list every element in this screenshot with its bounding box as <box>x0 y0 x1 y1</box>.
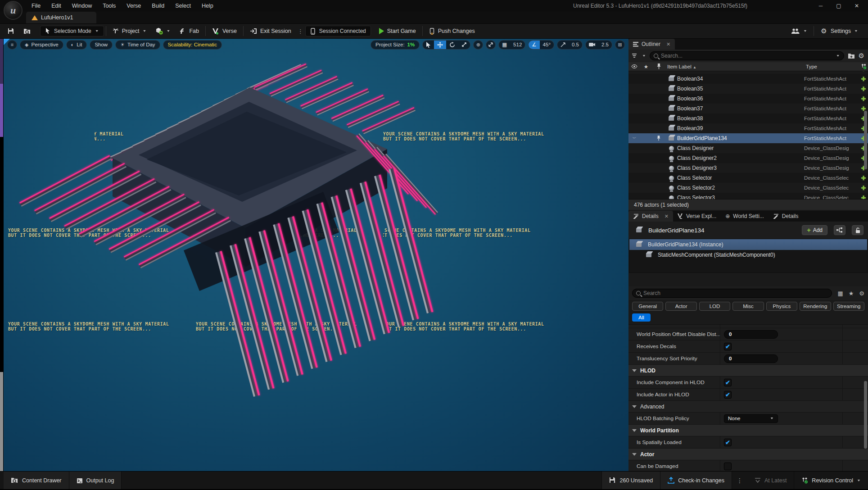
add-source-control-icon[interactable]: ✚ <box>859 76 868 82</box>
perspective-dropdown[interactable]: ◈Perspective <box>20 40 63 50</box>
tab-lufuhero1v1[interactable]: LufuHero1v1 <box>26 12 96 23</box>
world-coordinate-button[interactable]: ⊕ <box>473 40 483 50</box>
grid-snap-value[interactable]: 512 <box>510 41 525 49</box>
rotation-snap-toggle[interactable]: ∠ <box>529 41 539 49</box>
outliner-row-class-selector[interactable]: Class SelectorDevice_ClassSelec✚ <box>628 173 868 183</box>
filter-misc[interactable]: Misc <box>732 302 764 311</box>
grid-snap-toggle[interactable]: ▦ <box>499 41 510 49</box>
menu-file[interactable]: File <box>27 1 45 11</box>
outliner-row-buildergridplane134[interactable]: ︶BuilderGridPlane134FortStaticMeshAct✚ <box>628 133 868 143</box>
menu-verse[interactable]: Verse <box>122 1 145 11</box>
move-tool-button[interactable] <box>434 41 446 49</box>
viewport-menu-button[interactable]: ≡ <box>7 40 17 50</box>
close-button[interactable]: ✕ <box>854 3 860 9</box>
push-changes-button[interactable]: Push Changes <box>425 24 479 38</box>
tab-verse-explorer[interactable]: Verse Expl... <box>673 211 721 222</box>
maximize-button[interactable]: ▢ <box>836 3 842 9</box>
outliner-row-boolean35[interactable]: Boolean35FortStaticMeshAct✚ <box>628 84 868 94</box>
unsaved-button[interactable]: * 260 Unsaved <box>601 472 661 489</box>
tab-outliner[interactable]: Outliner ✕ <box>628 39 675 50</box>
scale-snap-value[interactable]: 0.5 <box>569 41 582 49</box>
tab-world-settings[interactable]: ⊕ World Setti... <box>721 211 769 222</box>
project-dropdown[interactable]: Project ▼ <box>108 24 151 38</box>
outliner-row-class-designer2[interactable]: Class Designer2Device_ClassDesig✚ <box>628 153 868 163</box>
menu-window[interactable]: Window <box>68 1 96 11</box>
scale-tool-button[interactable] <box>458 41 470 49</box>
menu-select[interactable]: Select <box>171 1 195 11</box>
minimize-button[interactable]: ─ <box>818 3 824 9</box>
add-source-control-icon[interactable]: ✚ <box>859 185 868 191</box>
content-drawer-button[interactable]: Content Drawer <box>4 472 69 489</box>
type-column-header[interactable]: Type <box>804 64 859 69</box>
search-options-chevron[interactable]: ▼ <box>836 54 840 58</box>
filter-general[interactable]: General <box>632 302 663 311</box>
visibility-toggle[interactable]: ︶ <box>628 135 640 141</box>
checkbox[interactable]: ✔ <box>724 439 732 446</box>
tab-details[interactable]: Details✕ <box>628 211 673 222</box>
surface-snap-button[interactable] <box>486 40 496 50</box>
favorites-icon[interactable]: ★ <box>849 290 854 297</box>
lock-button[interactable] <box>852 225 863 235</box>
section-hlod[interactable]: HLOD <box>628 365 868 377</box>
revision-control-dropdown[interactable]: Revision Control ▼ <box>794 472 868 489</box>
filter-chevron-icon[interactable]: ▼ <box>642 54 646 58</box>
show-dropdown[interactable]: Show <box>90 40 113 50</box>
display-options-icon[interactable]: ▦ <box>837 290 843 297</box>
settings-dropdown[interactable]: ⚙ Settings ▼ <box>816 24 863 38</box>
visibility-column-icon[interactable] <box>628 64 640 68</box>
save-button[interactable] <box>0 24 19 38</box>
component-row[interactable]: StaticMeshComponent (StaticMeshComponent… <box>629 250 867 260</box>
tab-details-2[interactable]: Details <box>769 211 803 222</box>
value-input[interactable]: 0 <box>724 354 778 363</box>
outliner-row-boolean34[interactable]: Boolean34FortStaticMeshAct✚ <box>628 74 868 84</box>
dropdown[interactable]: None▼ <box>724 414 778 423</box>
favorite-column-icon[interactable]: ★ <box>640 64 652 70</box>
pin-cell[interactable] <box>652 136 665 141</box>
lit-dropdown[interactable]: ◐Lit <box>66 40 87 50</box>
verse-button[interactable]: Verse <box>208 24 241 38</box>
output-log-button[interactable]: Output Log <box>69 472 122 489</box>
checkbox[interactable]: ✔ <box>724 391 732 399</box>
revision-column-icon[interactable] <box>859 64 868 69</box>
add-content-dropdown[interactable]: ▼ <box>151 24 175 38</box>
camera-speed-toggle[interactable] <box>586 41 598 49</box>
add-source-control-icon[interactable]: ✚ <box>859 195 868 200</box>
outliner-row-class-designer[interactable]: Class DesignerDevice_ClassDesig✚ <box>628 143 868 153</box>
outliner-row-boolean38[interactable]: Boolean38FortStaticMeshAct✚ <box>628 113 868 123</box>
checkbox[interactable]: ✔ <box>724 379 732 386</box>
selection-mode-dropdown[interactable]: Selection Mode ▼ <box>40 26 104 36</box>
filter-rendering[interactable]: Rendering <box>800 302 831 311</box>
details-scrollbar[interactable] <box>864 381 867 449</box>
section-world-partition[interactable]: World Partition <box>628 425 868 436</box>
outliner-search-input[interactable]: Search... ▼ <box>650 51 844 60</box>
menu-edit[interactable]: Edit <box>47 1 66 11</box>
value-input[interactable]: 0 <box>724 330 778 339</box>
outliner-settings-icon[interactable]: ⚙ <box>859 52 864 60</box>
time-of-day-button[interactable]: ☀Time of Day <box>115 40 160 50</box>
scalability-button[interactable]: Scalability: Cinematic <box>163 40 222 50</box>
3d-viewport[interactable]: YOUR SCENE CONTAINS A SKYDOME MESH WITH … <box>4 39 628 471</box>
scale-snap-toggle[interactable] <box>557 41 569 49</box>
menu-tools[interactable]: Tools <box>98 1 120 11</box>
menu-build[interactable]: Build <box>147 1 169 11</box>
item-label-column-header[interactable]: Item Label ▲ <box>665 64 804 69</box>
component-row[interactable]: BuilderGridPlane134 (Instance) <box>629 239 867 250</box>
outliner-row-class-selector2[interactable]: Class Selector2Device_ClassSelec✚ <box>628 183 868 193</box>
unreal-logo-icon[interactable]: u <box>4 1 23 20</box>
pin-column-icon[interactable] <box>652 64 665 69</box>
revision-more-button[interactable]: ⋮ <box>732 477 747 484</box>
rotation-snap-value[interactable]: 45° <box>540 41 554 49</box>
select-tool-button[interactable] <box>423 41 434 49</box>
checkin-changes-button[interactable]: Check-in Changes <box>660 472 732 489</box>
add-source-control-icon[interactable]: ✚ <box>859 71 868 73</box>
outliner-row-boolean36[interactable]: Boolean36FortStaticMeshAct✚ <box>628 94 868 104</box>
outliner-scrollbar[interactable] <box>864 111 867 169</box>
project-size-indicator[interactable]: Project Size:1% <box>371 40 420 50</box>
outliner-row-class-designer3[interactable]: Class Designer3Device_ClassDesig✚ <box>628 163 868 173</box>
blueprint-edit-button[interactable] <box>834 225 845 235</box>
outliner-row-class-selector3[interactable]: Class Selector3Device_ClassSelec✚ <box>628 193 868 199</box>
add-source-control-icon[interactable]: ✚ <box>859 175 868 181</box>
filter-actor[interactable]: Actor <box>665 302 696 311</box>
camera-speed-value[interactable]: 2.5 <box>598 41 612 49</box>
close-details-icon[interactable]: ✕ <box>665 213 669 219</box>
